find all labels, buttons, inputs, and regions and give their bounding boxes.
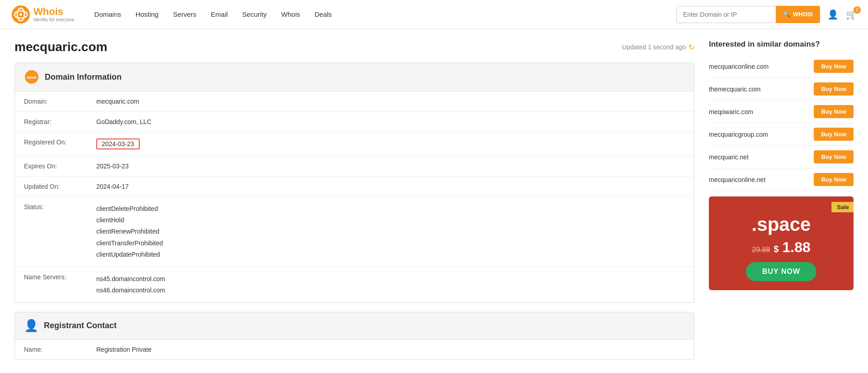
navbar: Whois Identity for everyone Domains Host… [0, 0, 868, 29]
registrant-name-value: Registration Private [96, 346, 151, 353]
nav-icons: 👤 🛒 0 [827, 9, 857, 20]
domain-label: Domain: [24, 98, 96, 105]
expires-on-row: Expires On: 2025-03-23 [15, 156, 694, 177]
status-value: clientDeleteProhibited clientHold client… [96, 203, 163, 260]
logo-icon [11, 5, 31, 24]
domain-suggestion-row: mecquaricgroup.com Buy Now [709, 123, 854, 146]
nameserver-item: ns46.domaincontrol.com [96, 285, 165, 296]
suggestion-domain: mecquariconline.net [709, 176, 765, 183]
main-content: mecquaric.com Updated 1 second ago ↻ www… [0, 29, 868, 373]
registrant-name-row: Name: Registration Private [15, 340, 694, 359]
brand-name: Whois [33, 6, 75, 17]
promo-old-price: 29.88 [752, 246, 770, 254]
updated-text-label: Updated 1 second ago [622, 43, 686, 51]
promo-tld: .space [718, 214, 844, 235]
status-item: clientTransferProhibited [96, 238, 163, 249]
status-item: clientHold [96, 215, 163, 226]
buy-now-button[interactable]: Buy Now [814, 105, 854, 118]
promo-card: Sale .space 29.88 $ 1.88 BUY NOW [709, 196, 854, 290]
registrant-header: 👤 Registrant Contact [15, 312, 694, 340]
svg-point-3 [19, 13, 22, 16]
nav-item-hosting[interactable]: Hosting [130, 7, 164, 22]
expires-on-label: Expires On: [24, 163, 96, 170]
suggestion-domain: mecquaricgroup.com [709, 131, 768, 138]
nav-item-servers[interactable]: Servers [168, 7, 202, 22]
registrant-card: 👤 Registrant Contact Name: Registration … [14, 312, 694, 360]
domain-info-header: www Domain Information [15, 63, 694, 91]
www-icon: www [24, 69, 39, 85]
registrar-row: Registrar: GoDaddy.com, LLC [15, 112, 694, 132]
domain-info-card: www Domain Information Domain: mecquaric… [14, 62, 694, 303]
domain-suggestion-row: meqowaric.com Buy Now [709, 100, 854, 123]
similar-domains-title: Interested in similar domains? [709, 40, 854, 49]
status-item: clientRenewProhibited [96, 226, 163, 237]
registrant-name-label: Name: [24, 346, 96, 353]
registrar-value: GoDaddy.com, LLC [96, 118, 151, 125]
search-input[interactable] [676, 6, 776, 23]
nameservers-value: ns45.domaincontrol.com ns46.domaincontro… [96, 273, 165, 296]
page-title: mecquaric.com [14, 40, 107, 54]
domain-row: Domain: mecquaric.com [15, 91, 694, 112]
search-button[interactable]: 🔍 WHOIS [776, 6, 820, 23]
account-icon: 👤 [827, 10, 839, 19]
domain-suggestion-row: mecquariconline.com Buy Now [709, 55, 854, 78]
logo[interactable]: Whois Identity for everyone [11, 5, 75, 24]
nameservers-row: Name Servers: ns45.domaincontrol.com ns4… [15, 267, 694, 302]
buy-now-button[interactable]: Buy Now [814, 128, 854, 141]
domain-value: mecquaric.com [96, 98, 139, 105]
nav-item-domains[interactable]: Domains [89, 7, 127, 22]
status-label: Status: [24, 203, 96, 210]
page-title-row: mecquaric.com Updated 1 second ago ↻ [14, 40, 694, 54]
left-panel: mecquaric.com Updated 1 second ago ↻ www… [14, 40, 694, 369]
registrar-label: Registrar: [24, 118, 96, 125]
search-button-label: WHOIS [793, 11, 813, 18]
promo-buy-button[interactable]: BUY NOW [746, 262, 816, 281]
logo-text: Whois Identity for everyone [33, 6, 75, 22]
sale-badge: Sale [831, 202, 854, 212]
domain-suggestion-row: mecquariconline.net Buy Now [709, 168, 854, 191]
brand-tagline: Identity for everyone [33, 17, 75, 22]
buy-now-button[interactable]: Buy Now [814, 150, 854, 163]
suggestion-domain: meqowaric.com [709, 108, 753, 115]
promo-currency: $ [774, 244, 778, 254]
updated-info: Updated 1 second ago ↻ [622, 43, 694, 52]
cart-button[interactable]: 🛒 0 [846, 9, 857, 20]
promo-new-price: 1.88 [782, 239, 810, 256]
nav-item-email[interactable]: Email [205, 7, 233, 22]
updated-on-label: Updated On: [24, 183, 96, 190]
refresh-icon[interactable]: ↻ [689, 43, 694, 52]
registered-on-label: Registered On: [24, 139, 96, 146]
updated-on-value: 2024-04-17 [96, 183, 129, 190]
svg-text:www: www [26, 75, 37, 80]
updated-on-row: Updated On: 2024-04-17 [15, 177, 694, 197]
promo-price-row: 29.88 $ 1.88 [718, 239, 844, 256]
status-item: clientUpdateProhibited [96, 249, 163, 260]
account-button[interactable]: 👤 [827, 9, 839, 20]
suggestion-domain: themecquaric.com [709, 86, 760, 93]
search-icon: 🔍 [783, 11, 790, 18]
right-panel: Interested in similar domains? mecquaric… [709, 40, 854, 369]
domain-info-title: Domain Information [45, 72, 122, 82]
nav-item-deals[interactable]: Deals [309, 7, 337, 22]
domain-suggestion-row: mecquaric.net Buy Now [709, 146, 854, 168]
registered-on-value: 2024-03-23 [96, 139, 140, 149]
registered-on-row: Registered On: 2024-03-23 [15, 132, 694, 156]
domain-suggestion-row: themecquaric.com Buy Now [709, 78, 854, 100]
suggestion-domain: mecquaric.net [709, 153, 749, 161]
buy-now-button[interactable]: Buy Now [814, 60, 854, 73]
expires-on-value: 2025-03-23 [96, 163, 129, 170]
buy-now-button[interactable]: Buy Now [814, 173, 854, 186]
cart-badge: 0 [854, 6, 861, 14]
nameservers-label: Name Servers: [24, 273, 96, 281]
status-item: clientDeleteProhibited [96, 203, 163, 215]
nameserver-item: ns45.domaincontrol.com [96, 273, 165, 285]
nav-item-whois[interactable]: Whois [276, 7, 306, 22]
registrant-icon: 👤 [24, 319, 38, 333]
registrant-title: Registrant Contact [44, 321, 117, 330]
nav-item-security[interactable]: Security [237, 7, 272, 22]
search-area: 🔍 WHOIS [676, 6, 820, 23]
buy-now-button[interactable]: Buy Now [814, 82, 854, 96]
nav-links: Domains Hosting Servers Email Security W… [89, 7, 676, 22]
suggestion-domain: mecquariconline.com [709, 63, 769, 70]
status-row: Status: clientDeleteProhibited clientHol… [15, 197, 694, 267]
